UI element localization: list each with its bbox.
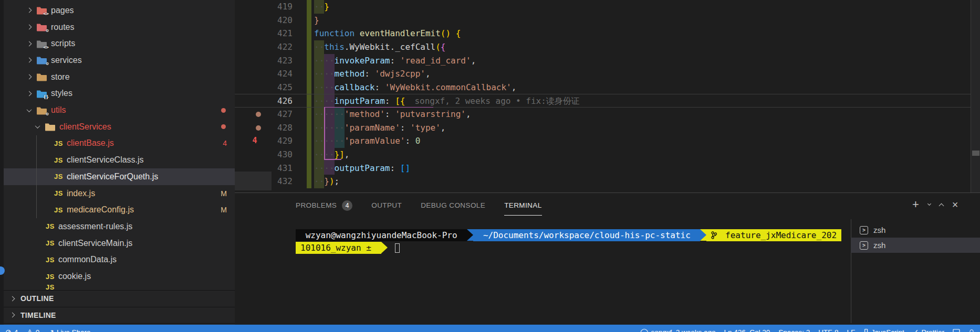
line-number[interactable]: 419 <box>261 0 293 14</box>
code-line-419[interactable]: 419··} <box>235 0 971 14</box>
line-number[interactable]: 421 <box>261 27 293 40</box>
git-added-gutter-bar <box>307 94 311 107</box>
sidebar-item-styles[interactable]: {}styles <box>0 85 235 102</box>
code-token: 'type' <box>410 123 441 133</box>
code-text: ··} <box>314 0 329 14</box>
sidebar-item-routes[interactable]: ⚙routes <box>0 19 235 36</box>
line-number[interactable]: 423 <box>261 54 293 68</box>
chevron-right-icon <box>27 58 32 63</box>
scrollbar-thumb[interactable] <box>972 151 979 156</box>
sidebar-item-clientserviceforqueth-js[interactable]: JSclientServiceForQueth.js <box>0 168 235 185</box>
code-line-429[interactable]: 4429······'paramValue': 0 <box>235 134 971 148</box>
code-line-432[interactable]: 432··}); <box>235 175 971 188</box>
sidebar-item-assessment-rules-js[interactable]: JSassessment-rules.js <box>0 218 235 235</box>
sidebar-item-clientservices[interactable]: clientServices <box>0 119 235 135</box>
code-token: } <box>324 2 329 12</box>
sidebar-item-utils[interactable]: ⚙utils <box>0 102 235 119</box>
timeline-section-header[interactable]: TIMELINE <box>0 307 235 324</box>
code-line-428[interactable]: 428······'paramName': 'type', <box>235 121 971 135</box>
panel-tab-debug-console[interactable]: DEBUG CONSOLE <box>421 193 485 218</box>
status-item-ln-426-col-20[interactable]: Ln 426, Col 20 <box>724 328 770 332</box>
line-number[interactable]: 427 <box>261 108 293 121</box>
panel-tab-problems[interactable]: PROBLEMS4 <box>296 193 352 218</box>
line-number[interactable]: 420 <box>261 14 293 27</box>
sidebar-item-services[interactable]: ⚙services <box>0 52 235 69</box>
outline-section-header[interactable]: OUTLINE <box>0 290 235 307</box>
sidebar-item-index-js[interactable]: JSindex.jsM <box>0 185 235 202</box>
status-item-spaces-2[interactable]: Spaces: 2 <box>778 328 810 332</box>
tab-label: TERMINAL <box>504 201 541 209</box>
folder-emblem-icon: <> <box>43 11 49 16</box>
editor-scrollbar[interactable] <box>971 0 980 192</box>
sidebar-item-pages[interactable]: <>pages <box>0 2 235 19</box>
code-line-424[interactable]: 424····method: 'dwjs2cpp', <box>235 67 971 81</box>
code-line-421[interactable]: 421function eventHandlerEmit() { <box>235 27 971 40</box>
check-icon: ✓ <box>913 328 919 332</box>
code-token: : <box>400 123 410 133</box>
line-number[interactable]: 428 <box>261 121 293 135</box>
folder-emblem-icon: ⚙ <box>46 28 49 33</box>
new-terminal-button[interactable]: + <box>912 199 919 210</box>
breakpoint-dot-icon[interactable] <box>256 125 261 131</box>
status-item-item[interactable] <box>968 329 975 332</box>
git-added-gutter-bar <box>307 27 311 40</box>
sidebar-item-item[interactable]: JS <box>0 285 235 290</box>
item-label: styles <box>51 89 72 98</box>
whitespace-dots: ···· <box>314 96 335 106</box>
item-label: store <box>51 72 70 82</box>
code-line-423[interactable]: 423····invokeParam: 'read_id_card', <box>235 54 971 68</box>
code-line-427[interactable]: 427······'method': 'putvarstring', <box>235 108 971 121</box>
close-panel-icon[interactable]: × <box>952 199 958 210</box>
terminal-label: zsh <box>873 241 885 250</box>
code-token: eventHandlerEmit <box>360 28 441 38</box>
code-line-431[interactable]: 431····outputParam: [] <box>235 162 971 175</box>
sidebar-item-store[interactable]: store <box>0 69 235 85</box>
breakpoint-dot-icon[interactable] <box>256 112 261 117</box>
code-line-425[interactable]: 425····callback: 'WyWebkit.commonCallbac… <box>235 81 971 94</box>
status-item-label: Spaces: 2 <box>778 328 810 332</box>
code-line-426[interactable]: 426····inputParam: [{songxf, 2 weeks ago… <box>235 94 971 108</box>
line-number[interactable]: 430 <box>261 148 293 162</box>
panel-tab-output[interactable]: OUTPUT <box>371 193 402 218</box>
line-number[interactable]: 425 <box>261 81 293 94</box>
sidebar-item-medicareconfig-js[interactable]: JSmedicareConfig.jsM <box>0 201 235 218</box>
terminal-prompt-line-1[interactable]: wzyan@wangzhiyuandeMacBook-Pro ~/Documen… <box>296 229 850 241</box>
terminal-list-item-2[interactable]: >zsh <box>851 238 980 253</box>
code-line-430[interactable]: 430····}], <box>235 148 971 162</box>
sidebar-item-clientservicemain-js[interactable]: JSclientServiceMain.js <box>0 235 235 252</box>
sidebar-item-commondata-js[interactable]: JScommonData.js <box>0 252 235 269</box>
line-number[interactable]: 424 <box>261 67 293 81</box>
sidebar-item-clientbase-js[interactable]: JSclientBase.js4 <box>0 135 235 152</box>
code-token: ( <box>435 42 441 52</box>
code-line-420[interactable]: 420} <box>235 14 971 27</box>
item-label: assessment-rules.js <box>58 222 132 231</box>
sidebar-item-clientserviceclass-js[interactable]: JSclientServiceClass.js <box>0 152 235 168</box>
code-token: 'paramValue' <box>345 136 405 146</box>
status-item-utf-8[interactable]: UTF-8 <box>818 328 838 332</box>
code-editor[interactable]: 419··}420}421function eventHandlerEmit()… <box>235 0 980 192</box>
status-item-live-share[interactable]: ↗Live Share <box>48 328 90 332</box>
code-line-422[interactable]: 422··this.WyWebkit._cefCall({ <box>235 40 971 54</box>
line-number[interactable]: 429 <box>261 134 293 148</box>
terminal-prompt-line-2[interactable]: 101016_wzyan ± <box>296 242 850 254</box>
panel-tab-terminal[interactable]: TERMINAL <box>504 193 541 218</box>
status-item-item[interactable] <box>953 329 960 332</box>
terminal-picker-chevron-icon[interactable] <box>927 201 931 205</box>
sidebar-item-cookie-js[interactable]: JScookie.js <box>0 268 235 285</box>
code-text: ······'method': 'putvarstring', <box>314 108 471 121</box>
line-number[interactable]: 422 <box>261 40 293 54</box>
status-item-songxf-2-weeks-ago[interactable]: ◯songxf, 2 weeks ago <box>640 328 716 332</box>
terminal-list-item-1[interactable]: >zsh <box>851 222 980 238</box>
sidebar-item-scripts[interactable]: <>scripts <box>0 35 235 52</box>
status-item-0[interactable]: ⚠0 <box>26 328 39 332</box>
line-number[interactable]: 426 <box>261 94 293 108</box>
status-item-javascript[interactable]: {}JavaScript <box>863 328 904 332</box>
code-text: ··}); <box>314 175 339 188</box>
status-item-4[interactable]: ⊘4 <box>5 328 18 332</box>
code-token: method <box>335 69 365 79</box>
item-label: clientServiceForQueth.js <box>67 172 158 181</box>
maximize-panel-icon[interactable] <box>939 203 944 208</box>
folder-icon: ⚙ <box>36 106 47 115</box>
status-item-prettier[interactable]: ✓Prettier <box>913 328 944 332</box>
status-item-lf[interactable]: LF <box>847 328 856 332</box>
